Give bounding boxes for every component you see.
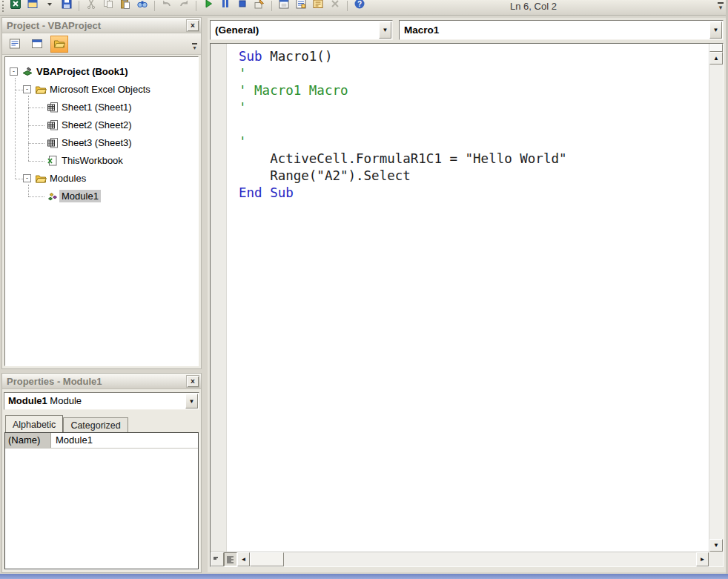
tab-alphabetic[interactable]: Alphabetic [5, 415, 63, 432]
copy-icon[interactable] [102, 0, 115, 13]
code-token-plain: Range("A2").Select [239, 168, 411, 183]
paste-icon[interactable] [119, 0, 132, 13]
properties-panel-titlebar: Properties - Module1 × [2, 374, 201, 389]
tree-item-microsoft-excel-objects[interactable]: -Microsoft Excel Objects [5, 81, 198, 99]
toolbox-disabled-icon[interactable] [328, 0, 342, 13]
code-token-comment: ' [239, 134, 247, 149]
code-window: (General) ▼ Macro1 ▼ Sub Macro1()'' Macr… [208, 18, 726, 572]
tree-item-label: ThisWorkbook [59, 154, 125, 167]
code-editor-frame: Sub Macro1()'' Macro1 Macro' ' ActiveCel… [210, 43, 724, 567]
run-macro-icon[interactable] [202, 0, 215, 13]
procedure-dropdown-value: Macro1 [404, 24, 439, 36]
scroll-down-icon[interactable]: ▼ [709, 539, 723, 552]
toolbar-options-icon[interactable]: ▾ [715, 0, 726, 15]
insert-dropdown-caret-icon[interactable] [43, 0, 56, 13]
tree-item-label: Module1 [59, 190, 101, 202]
toolbar-separator [79, 1, 79, 11]
properties-window-icon[interactable] [294, 0, 308, 13]
tab-categorized[interactable]: Categorized [63, 417, 128, 432]
horizontal-scrollbar[interactable]: ◄ ► [237, 552, 709, 566]
code-token-comment: ' Macro1 Macro [239, 83, 348, 98]
object-browser-icon[interactable] [311, 0, 325, 13]
tree-connector-line [15, 179, 23, 179]
chevron-down-icon[interactable]: ▼ [379, 21, 391, 39]
scroll-right-icon[interactable]: ► [696, 552, 709, 566]
chevron-down-icon[interactable]: ▼ [709, 21, 722, 39]
tree-item-label: Microsoft Excel Objects [47, 83, 153, 96]
panel-options-icon[interactable]: ▾ [190, 42, 199, 53]
project-explorer-panel: Project - VBAProject × ▾ -VBAProject (Bo… [1, 17, 202, 369]
collapse-icon[interactable]: - [10, 67, 18, 76]
sheet-icon [47, 102, 59, 113]
code-line[interactable] [239, 116, 709, 133]
collapse-icon[interactable]: - [23, 174, 31, 182]
vba-editor-window: ? Ln 6, Col 2 ▾ Project - VBAProject × ▾… [0, 0, 728, 579]
project-tree: -VBAProject (Book1)-Microsoft Excel Obje… [4, 56, 199, 366]
object-dropdown[interactable]: (General) ▼ [210, 20, 393, 40]
close-icon[interactable]: × [187, 20, 199, 31]
view-microsoft-excel-icon[interactable] [9, 0, 22, 13]
code-line[interactable]: Sub Macro1() [239, 48, 709, 65]
code-line[interactable]: Range("A2").Select [239, 168, 709, 185]
procedure-view-button[interactable] [211, 552, 224, 566]
toolbar-grip [2, 1, 5, 12]
help-icon[interactable]: ? [353, 0, 366, 13]
code-token-comment: ' [239, 100, 247, 115]
undo-icon[interactable] [160, 0, 173, 13]
toggle-folders-button[interactable] [50, 36, 68, 53]
save-icon[interactable] [60, 0, 73, 13]
full-module-view-button[interactable] [224, 552, 237, 566]
code-line[interactable]: ' [239, 65, 709, 82]
tree-connector-line [28, 143, 44, 144]
view-object-button[interactable] [28, 36, 46, 53]
procedure-view-icon [213, 555, 222, 564]
code-line[interactable]: ' [239, 133, 709, 150]
chevron-down-icon[interactable]: ▼ [185, 394, 198, 408]
code-line[interactable]: ' [239, 99, 709, 116]
horizontal-scroll-track[interactable] [284, 552, 696, 566]
window-bottom-border [0, 574, 728, 579]
project-explorer-icon[interactable] [277, 0, 291, 13]
tree-item-vbaproject-book1[interactable]: -VBAProject (Book1) [5, 63, 198, 81]
vertical-scroll-track[interactable] [709, 64, 723, 539]
module-icon [47, 191, 59, 202]
insert-userform-icon[interactable] [26, 0, 39, 13]
code-line[interactable]: End Sub [239, 185, 709, 202]
properties-panel: Properties - Module1 × Module1 Module ▼ … [1, 373, 202, 573]
procedure-dropdown[interactable]: Macro1 ▼ [399, 20, 724, 40]
tree-item-label: VBAProject (Book1) [34, 65, 130, 78]
horizontal-scroll-thumb[interactable] [250, 552, 284, 566]
design-mode-icon[interactable] [253, 0, 266, 13]
tree-connector-line [28, 107, 44, 108]
property-value[interactable]: Module1 [51, 433, 198, 448]
find-icon[interactable] [136, 0, 149, 13]
folder-icon [35, 173, 47, 185]
collapse-icon[interactable]: - [23, 85, 31, 93]
object-selector[interactable]: Module1 Module ▼ [4, 392, 199, 410]
redo-icon[interactable] [177, 0, 191, 13]
reset-icon[interactable] [236, 0, 249, 13]
tree-connector-line [28, 125, 44, 126]
code-token-keyword: Sub [239, 49, 262, 64]
scroll-left-icon[interactable]: ◄ [237, 552, 250, 566]
split-handle[interactable] [709, 44, 723, 52]
scroll-up-icon[interactable]: ▲ [709, 52, 723, 64]
code-line[interactable]: ActiveCell.FormulaR1C1 = "Hello World" [239, 150, 709, 168]
svg-text:?: ? [357, 0, 362, 8]
project-panel-title: Project - VBAProject [7, 20, 101, 31]
sheet-icon [47, 137, 59, 149]
close-icon[interactable]: × [187, 376, 199, 387]
tree-connector-line [28, 161, 44, 162]
code-editor[interactable]: Sub Macro1()'' Macro1 Macro' ' ActiveCel… [227, 44, 709, 552]
tree-connector-line [15, 78, 16, 179]
tree-connector-line [28, 185, 29, 196]
tree-item-label: Sheet3 (Sheet3) [59, 136, 134, 149]
vertical-scrollbar[interactable]: ▲ ▼ [709, 44, 723, 552]
tree-item-label: Modules [47, 172, 88, 185]
cut-icon[interactable] [85, 0, 98, 13]
code-line[interactable]: ' Macro1 Macro [239, 82, 709, 99]
break-icon[interactable] [219, 0, 232, 13]
tree-item-modules[interactable]: -Modules [5, 170, 198, 188]
view-code-button[interactable] [6, 36, 24, 53]
full-module-view-icon [226, 555, 235, 564]
